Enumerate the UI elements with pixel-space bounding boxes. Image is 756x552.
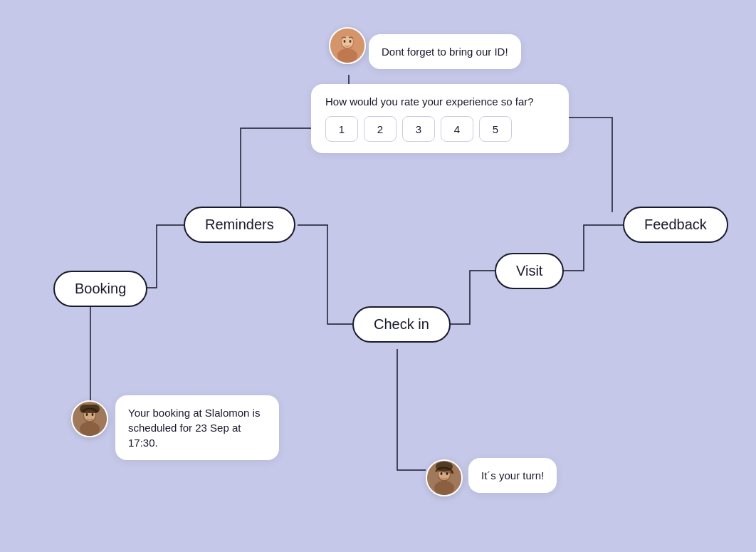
svg-point-10 <box>86 413 88 416</box>
avatar-female-2 <box>426 459 463 496</box>
rating-btn-4[interactable]: 4 <box>441 116 473 142</box>
reminders-node[interactable]: Reminders <box>184 207 295 243</box>
svg-point-17 <box>441 472 443 475</box>
svg-point-8 <box>80 422 100 436</box>
avatar-face-female-2 <box>427 461 461 495</box>
svg-point-11 <box>92 413 94 416</box>
visit-node[interactable]: Visit <box>495 253 564 289</box>
booking-message: Your booking at Slalomon isscheduled for… <box>128 407 260 449</box>
avatar-face-male <box>330 28 364 63</box>
checkin-bubble: It´s your turn! <box>468 458 557 493</box>
svg-point-15 <box>434 481 454 495</box>
rating-btn-3[interactable]: 3 <box>402 116 435 142</box>
svg-point-19 <box>436 462 453 472</box>
svg-point-3 <box>342 36 353 48</box>
booking-node[interactable]: Booking <box>53 271 147 307</box>
reminder-bubble: Dont forget to bring our ID! <box>369 34 521 69</box>
checkin-node[interactable]: Check in <box>352 306 451 343</box>
flow-diagram: Booking Reminders Check in Visit Feedbac… <box>0 0 756 552</box>
feedback-node[interactable]: Feedback <box>623 207 728 243</box>
svg-point-4 <box>344 40 346 43</box>
avatar-female-1 <box>71 400 108 437</box>
avatar-male <box>329 27 366 64</box>
avatar-face-female-1 <box>73 402 107 436</box>
rating-btn-2[interactable]: 2 <box>364 116 397 142</box>
svg-rect-12 <box>80 405 100 413</box>
rating-buttons: 1 2 3 4 5 <box>325 116 555 142</box>
svg-point-5 <box>350 40 352 43</box>
rating-question: How would you rate your experience so fa… <box>325 95 555 108</box>
booking-bubble: Your booking at Slalomon isscheduled for… <box>115 395 279 460</box>
rating-btn-5[interactable]: 5 <box>479 116 512 142</box>
svg-point-2 <box>337 48 357 63</box>
rating-bubble: How would you rate your experience so fa… <box>311 84 569 153</box>
rating-btn-1[interactable]: 1 <box>325 116 358 142</box>
